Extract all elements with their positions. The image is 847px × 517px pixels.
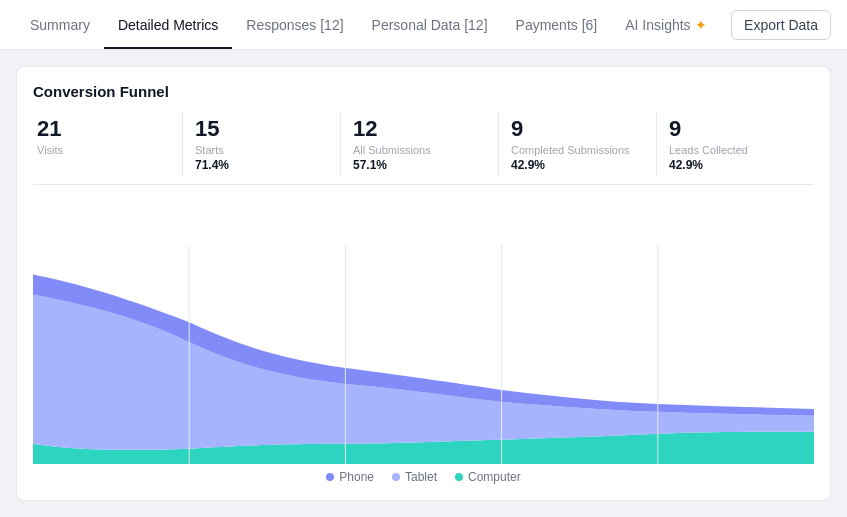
tab-responses[interactable]: Responses [12] xyxy=(232,0,357,49)
metric-starts-number: 15 xyxy=(195,116,328,142)
legend-tablet: Tablet xyxy=(392,470,437,484)
export-button[interactable]: Export Data xyxy=(731,10,831,40)
tab-payments[interactable]: Payments [6] xyxy=(502,0,612,49)
funnel-chart xyxy=(33,185,814,464)
metric-visits-label: Visits xyxy=(37,144,170,156)
metric-leads-collected: 9 Leads Collected 42.9% xyxy=(657,112,814,176)
legend-computer: Computer xyxy=(455,470,521,484)
metric-all-submissions-number: 12 xyxy=(353,116,486,142)
main-content: Conversion Funnel 21 Visits 15 Starts 71… xyxy=(0,50,847,517)
tab-bar: Summary Detailed Metrics Responses [12] … xyxy=(0,0,847,50)
tab-summary[interactable]: Summary xyxy=(16,0,104,49)
ai-star-icon: ✦ xyxy=(695,17,707,33)
metric-starts: 15 Starts 71.4% xyxy=(183,112,341,176)
metric-visits-number: 21 xyxy=(37,116,170,142)
metric-leads-number: 9 xyxy=(669,116,802,142)
tablet-label: Tablet xyxy=(405,470,437,484)
metric-completed-label: Completed Submissions xyxy=(511,144,644,156)
computer-label: Computer xyxy=(468,470,521,484)
metric-completed-pct: 42.9% xyxy=(511,158,644,172)
phone-dot xyxy=(326,473,334,481)
tablet-dot xyxy=(392,473,400,481)
conversion-funnel-card: Conversion Funnel 21 Visits 15 Starts 71… xyxy=(16,66,831,501)
legend-phone: Phone xyxy=(326,470,374,484)
metric-all-submissions-label: All Submissions xyxy=(353,144,486,156)
chart-legend: Phone Tablet Computer xyxy=(33,464,814,484)
metric-leads-label: Leads Collected xyxy=(669,144,802,156)
computer-dot xyxy=(455,473,463,481)
metric-starts-label: Starts xyxy=(195,144,328,156)
metric-leads-pct: 42.9% xyxy=(669,158,802,172)
phone-label: Phone xyxy=(339,470,374,484)
metric-all-submissions-pct: 57.1% xyxy=(353,158,486,172)
metrics-row: 21 Visits 15 Starts 71.4% 12 All Submiss… xyxy=(33,112,814,185)
card-title: Conversion Funnel xyxy=(33,83,814,100)
metric-visits: 21 Visits xyxy=(33,112,183,176)
tab-personal-data[interactable]: Personal Data [12] xyxy=(358,0,502,49)
metric-completed-number: 9 xyxy=(511,116,644,142)
metric-starts-pct: 71.4% xyxy=(195,158,328,172)
metric-all-submissions: 12 All Submissions 57.1% xyxy=(341,112,499,176)
tab-ai-insights[interactable]: AI Insights ✦ xyxy=(611,0,720,49)
metric-completed-submissions: 9 Completed Submissions 42.9% xyxy=(499,112,657,176)
tab-detailed-metrics[interactable]: Detailed Metrics xyxy=(104,0,232,49)
